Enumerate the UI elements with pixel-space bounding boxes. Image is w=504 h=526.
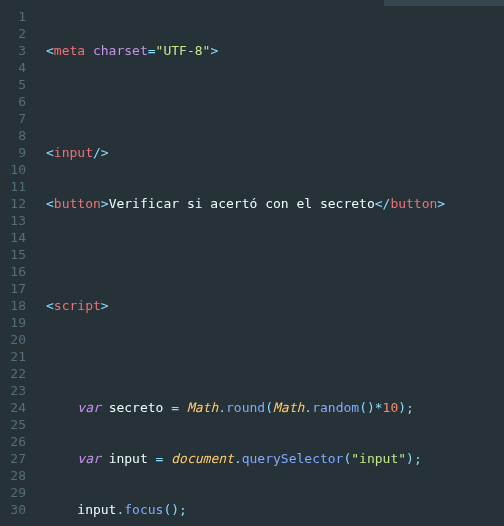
code-editor[interactable]: 1 2 3 4 5 6 7 8 9 10 11 12 13 14 15 16 1… [0, 0, 504, 526]
line-number: 23 [4, 382, 26, 399]
line-number: 13 [4, 212, 26, 229]
line-number: 12 [4, 195, 26, 212]
code-line[interactable]: <button>Verificar si acertó con el secre… [46, 195, 504, 212]
line-number: 3 [4, 42, 26, 59]
line-number: 6 [4, 93, 26, 110]
line-number: 4 [4, 59, 26, 76]
line-number: 20 [4, 331, 26, 348]
line-number: 21 [4, 348, 26, 365]
code-line[interactable]: <script> [46, 297, 504, 314]
line-number: 10 [4, 161, 26, 178]
line-number: 29 [4, 484, 26, 501]
line-number: 26 [4, 433, 26, 450]
code-line[interactable]: var secreto = Math.round(Math.random()*1… [46, 399, 504, 416]
line-number: 22 [4, 365, 26, 382]
line-number: 9 [4, 144, 26, 161]
code-line[interactable]: var input = document.querySelector("inpu… [46, 450, 504, 467]
line-number: 24 [4, 399, 26, 416]
line-number-gutter: 1 2 3 4 5 6 7 8 9 10 11 12 13 14 15 16 1… [0, 0, 34, 526]
line-number: 19 [4, 314, 26, 331]
line-number: 14 [4, 229, 26, 246]
line-number: 2 [4, 25, 26, 42]
line-number: 18 [4, 297, 26, 314]
line-number: 8 [4, 127, 26, 144]
code-line[interactable]: <input/> [46, 144, 504, 161]
code-area[interactable]: <meta charset="UTF-8"> <input/> <button>… [34, 0, 504, 526]
code-line[interactable]: input.focus(); [46, 501, 504, 518]
line-number: 25 [4, 416, 26, 433]
line-number: 5 [4, 76, 26, 93]
line-number: 30 [4, 501, 26, 518]
line-number: 27 [4, 450, 26, 467]
line-number: 28 [4, 467, 26, 484]
code-line[interactable]: <meta charset="UTF-8"> [46, 42, 504, 59]
line-number: 11 [4, 178, 26, 195]
code-line[interactable] [46, 93, 504, 110]
line-number: 1 [4, 8, 26, 25]
code-line[interactable] [46, 348, 504, 365]
code-line[interactable] [46, 246, 504, 263]
line-number: 16 [4, 263, 26, 280]
line-number: 15 [4, 246, 26, 263]
line-number: 17 [4, 280, 26, 297]
line-number: 7 [4, 110, 26, 127]
